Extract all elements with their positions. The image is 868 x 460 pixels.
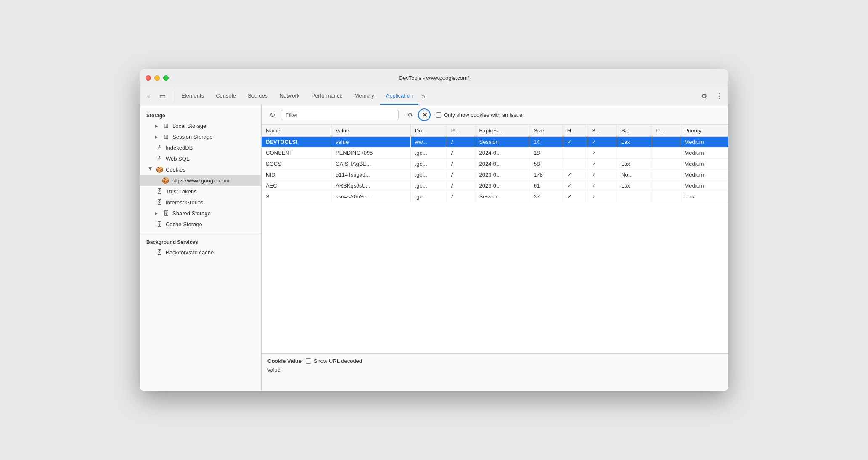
cookies-label: Cookies (166, 167, 185, 173)
cell-value: 511=Tsugv0... (331, 169, 411, 180)
local-storage-label: Local Storage (172, 123, 206, 129)
table-row[interactable]: AECARSKqsJsU....go.../2023-0...61✓✓LaxMe… (262, 180, 728, 191)
cell-httponly (563, 148, 587, 159)
table-row[interactable]: SOCSCAISHAgBE....go.../2024-0...58✓LaxMe… (262, 159, 728, 169)
cache-storage-icon: 🗄 (156, 221, 163, 227)
maximize-button[interactable] (163, 75, 169, 81)
inspect-icon[interactable]: ⌖ (143, 90, 155, 102)
tab-performance[interactable]: Performance (305, 87, 348, 105)
cell-domain: .go... (410, 148, 447, 159)
show-url-checkbox[interactable] (306, 358, 311, 364)
cell-secure: ✓ (587, 191, 617, 202)
cell-httponly: ✓ (563, 169, 587, 180)
col-samesite: Sa... (617, 125, 652, 137)
cell-expires: 2023-0... (475, 169, 529, 180)
toolbar-right: ⚙ ⋮ (698, 90, 725, 102)
table-row[interactable]: Ssso=sA0bSc....go.../Session37✓✓Low (262, 191, 728, 202)
sidebar-item-indexeddb[interactable]: 🗄 IndexedDB (140, 142, 261, 153)
sidebar-item-shared-storage[interactable]: ▶ 🗄 Shared Storage (140, 208, 261, 219)
sidebar-item-interest-groups[interactable]: 🗄 Interest Groups (140, 197, 261, 208)
tab-network[interactable]: Network (274, 87, 306, 105)
traffic-lights (146, 75, 169, 81)
tab-console[interactable]: Console (210, 87, 242, 105)
cell-path: / (447, 169, 475, 180)
indexeddb-label: IndexedDB (166, 145, 193, 151)
cell-domain: .go... (410, 169, 447, 180)
close-button[interactable] (146, 75, 151, 81)
table-row[interactable]: NID511=Tsugv0....go.../2023-0...178✓✓No.… (262, 169, 728, 180)
cell-value: CAISHAgBE... (331, 159, 411, 169)
bg-services-label: Background Services (140, 237, 261, 247)
minimize-button[interactable] (154, 75, 160, 81)
sidebar-item-back-forward-cache[interactable]: 🗄 Back/forward cache (140, 247, 261, 258)
cookies-google-label: https://www.google.com (172, 177, 229, 184)
cell-value: ARSKqsJsU... (331, 180, 411, 191)
tab-elements[interactable]: Elements (175, 87, 210, 105)
cell-domain: .go... (410, 191, 447, 202)
more-options-icon[interactable]: ⋮ (713, 90, 725, 102)
cell-httponly: ✓ (563, 137, 587, 148)
bottom-panel: Cookie Value Show URL decoded value (262, 353, 728, 391)
filter-bar: ↻ ≡⚙ ✕ Only show cookies with an issue (262, 105, 728, 125)
cell-priority: Medium (680, 148, 728, 159)
cell-p (652, 180, 680, 191)
cell-priority: Low (680, 191, 728, 202)
cell-priority: Medium (680, 169, 728, 180)
cell-name: NID (262, 169, 331, 180)
interest-groups-icon: 🗄 (156, 199, 163, 206)
issues-filter-checkbox[interactable] (436, 112, 441, 118)
cell-size: 18 (529, 148, 563, 159)
cell-secure: ✓ (587, 148, 617, 159)
table-row[interactable]: CONSENTPENDING+095.go.../2024-0...18✓Med… (262, 148, 728, 159)
cell-name: DEVTOOLS! (262, 137, 331, 148)
tab-sources[interactable]: Sources (242, 87, 274, 105)
cell-path: / (447, 180, 475, 191)
sidebar: Storage ▶ ⊞ Local Storage ▶ ⊞ Session St… (140, 105, 262, 391)
cell-domain: ww... (410, 137, 447, 148)
clear-filter-button[interactable]: ✕ (418, 108, 431, 121)
col-size: Size (529, 125, 563, 137)
tab-application[interactable]: Application (380, 87, 419, 105)
cell-size: 178 (529, 169, 563, 180)
tab-memory[interactable]: Memory (349, 87, 380, 105)
session-storage-icon: ⊞ (162, 133, 170, 140)
settings-icon[interactable]: ⚙ (698, 90, 710, 102)
cookie-value-text: value (267, 367, 722, 373)
cell-size: 58 (529, 159, 563, 169)
table-row[interactable]: DEVTOOLS!valueww.../Session14✓✓LaxMedium (262, 137, 728, 148)
shared-storage-icon: 🗄 (162, 210, 170, 217)
tab-more[interactable]: » (418, 87, 429, 105)
cell-httponly (563, 159, 587, 169)
web-sql-icon: 🗄 (156, 155, 163, 162)
cell-domain: .go... (410, 180, 447, 191)
cell-value: value (331, 137, 411, 148)
refresh-button[interactable]: ↻ (267, 109, 278, 120)
cell-expires: 2024-0... (475, 148, 529, 159)
col-expires: Expires... (475, 125, 529, 137)
bottom-panel-header: Cookie Value Show URL decoded (267, 358, 722, 364)
cell-secure: ✓ (587, 137, 617, 148)
cell-httponly: ✓ (563, 180, 587, 191)
show-url-wrap: Show URL decoded (306, 358, 362, 364)
sidebar-item-trust-tokens[interactable]: 🗄 Trust Tokens (140, 186, 261, 197)
cookies-google-icon: 🍪 (161, 177, 169, 184)
issues-filter-wrap: Only show cookies with an issue (436, 112, 522, 118)
cell-samesite (617, 191, 652, 202)
sidebar-item-local-storage[interactable]: ▶ ⊞ Local Storage (140, 120, 261, 131)
sidebar-item-cookies[interactable]: ▶ 🍪 Cookies (140, 164, 261, 175)
filter-input-wrap (281, 110, 399, 120)
filter-settings-icon[interactable]: ≡⚙ (402, 109, 415, 120)
sidebar-item-web-sql[interactable]: 🗄 Web SQL (140, 153, 261, 164)
table-header-row: Name Value Do... P... Expires... Size H.… (262, 125, 728, 137)
cell-p (652, 148, 680, 159)
sidebar-item-cookies-google[interactable]: 🍪 https://www.google.com (140, 175, 261, 186)
cell-path: / (447, 137, 475, 148)
sidebar-item-cache-storage[interactable]: 🗄 Cache Storage (140, 219, 261, 230)
cookie-table-wrap[interactable]: Name Value Do... P... Expires... Size H.… (262, 125, 728, 353)
cell-size: 14 (529, 137, 563, 148)
sidebar-item-session-storage[interactable]: ▶ ⊞ Session Storage (140, 131, 261, 142)
device-icon[interactable]: ▭ (156, 90, 168, 102)
window-title: DevTools - www.google.com/ (399, 75, 469, 81)
col-priority: Priority (680, 125, 728, 137)
filter-input[interactable] (281, 110, 399, 120)
